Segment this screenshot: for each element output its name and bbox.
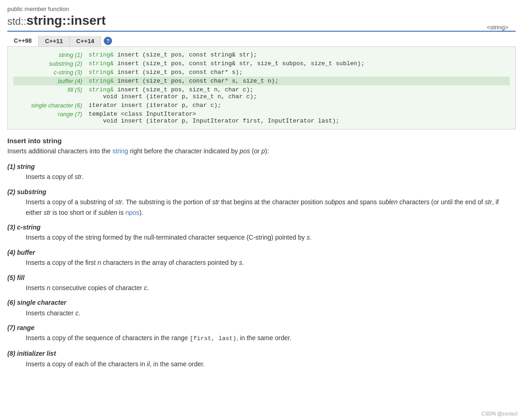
desc-2-heading: (2) substring xyxy=(7,188,46,196)
desc-5: (5) fill Inserts n consecutive copies of… xyxy=(7,273,516,293)
desc-2-body: Inserts a copy of a substring of str. Th… xyxy=(26,197,516,218)
code-row-substring: substring (2) string& insert (size_t pos… xyxy=(13,59,510,68)
desc-1-heading: (1) string xyxy=(7,163,35,170)
code-single-char: iterator insert (iterator p, char c); xyxy=(87,101,510,110)
code-row-single-char: single character (6) iterator insert (it… xyxy=(13,101,510,110)
desc-7: (7) range Inserts a copy of the sequence… xyxy=(7,323,516,344)
desc-5-body: Inserts n consecutive copies of characte… xyxy=(26,283,516,293)
label-string: string (1) xyxy=(13,50,87,59)
public-member-label: public member function xyxy=(7,6,516,12)
namespace-prefix: std:: xyxy=(7,16,27,27)
desc-8-body: Inserts a copy of each of the characters… xyxy=(26,359,516,369)
npos-link[interactable]: npos xyxy=(125,209,139,216)
desc-6-body: Inserts character c. xyxy=(26,308,516,318)
tab-cpp14[interactable]: C++14 xyxy=(70,36,101,46)
label-substring: substring (2) xyxy=(13,59,87,68)
label-single-char: single character (6) xyxy=(13,101,87,110)
desc-1-body: Inserts a copy of str. xyxy=(26,172,516,182)
intro-text: Inserts additional characters into the s… xyxy=(7,146,516,156)
desc-8-heading: (8) initializer list xyxy=(7,350,56,357)
desc-4-body: Inserts a copy of the first n characters… xyxy=(26,258,516,268)
top-right-tag: <string> xyxy=(487,24,508,31)
label-buffer: buffer (4) xyxy=(13,77,87,85)
desc-3: (3) c-string Inserts a copy of the strin… xyxy=(7,222,516,243)
tab-cpp11[interactable]: C++11 xyxy=(39,36,70,46)
label-cstring: c-string (3) xyxy=(13,68,87,77)
code-substring: string& insert (size_t pos, const string… xyxy=(87,59,510,68)
help-icon[interactable]: ? xyxy=(104,37,112,45)
desc-6: (6) single character Inserts character c… xyxy=(7,297,516,318)
label-fill: fill (5) xyxy=(13,85,87,101)
desc-5-heading: (5) fill xyxy=(7,274,24,281)
code-row-string: string (1) string& insert (size_t pos, c… xyxy=(13,50,510,59)
desc-4-heading: (4) buffer xyxy=(7,249,35,256)
desc-6-heading: (6) single character xyxy=(7,299,66,306)
desc-7-heading: (7) range xyxy=(7,324,34,331)
code-fill: string& insert (size_t pos, size_t n, ch… xyxy=(87,85,510,101)
watermark: CSDN @zxctscl xyxy=(482,411,517,416)
code-table-wrapper: string (1) string& insert (size_t pos, c… xyxy=(7,46,516,129)
code-row-buffer: buffer (4) string& insert (size_t pos, c… xyxy=(13,77,510,85)
code-range: template <class InputIterator> void inse… xyxy=(87,110,510,125)
code-cstring: string& insert (size_t pos, const char* … xyxy=(87,68,510,77)
desc-1: (1) string Inserts a copy of str. xyxy=(7,162,516,182)
desc-4: (4) buffer Inserts a copy of the first n… xyxy=(7,247,516,268)
label-range: range (7) xyxy=(13,110,87,125)
code-row-fill: fill (5) string& insert (size_t pos, siz… xyxy=(13,85,510,101)
code-row-range: range (7) template <class InputIterator>… xyxy=(13,110,510,125)
desc-7-body: Inserts a copy of the sequence of charac… xyxy=(26,333,516,344)
page-title: std::string::insert xyxy=(7,13,516,32)
desc-8: (8) initializer list Inserts a copy of e… xyxy=(7,348,516,369)
desc-3-body: Inserts a copy of the string formed by t… xyxy=(26,232,516,242)
desc-2: (2) substring Inserts a copy of a substr… xyxy=(7,187,516,218)
tab-cpp98[interactable]: C++98 xyxy=(7,35,39,46)
tabs-row: C++98 C++11 C++14 ? xyxy=(7,35,516,46)
string-link[interactable]: string xyxy=(112,147,128,155)
code-string: string& insert (size_t pos, const string… xyxy=(87,50,510,59)
code-buffer: string& insert (size_t pos, const char* … xyxy=(87,77,510,85)
section-title: Insert into string xyxy=(7,137,516,145)
function-name: string::insert xyxy=(27,13,106,28)
desc-3-heading: (3) c-string xyxy=(7,224,40,231)
code-row-cstring: c-string (3) string& insert (size_t pos,… xyxy=(13,68,510,77)
